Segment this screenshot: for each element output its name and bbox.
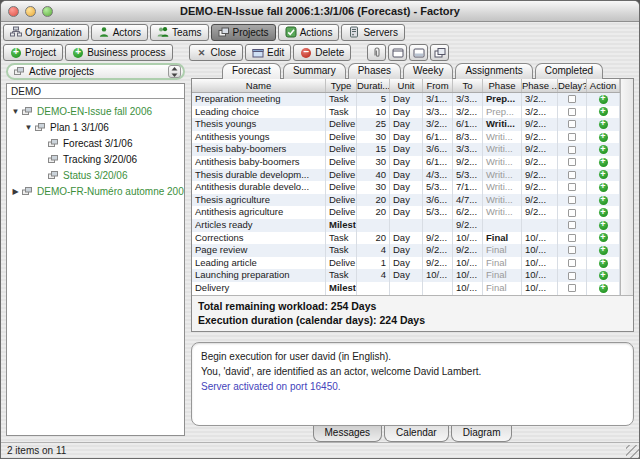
delay-checkbox[interactable]: [568, 284, 576, 292]
add-action-button[interactable]: [599, 233, 608, 242]
attachment-button[interactable]: [367, 44, 386, 61]
window-button[interactable]: [388, 44, 407, 61]
project-filter-select[interactable]: Active projects: [6, 63, 185, 80]
add-action-button[interactable]: [599, 208, 608, 217]
tab-weeky[interactable]: Weeky: [403, 63, 453, 79]
add-action-button[interactable]: [599, 271, 608, 280]
edit-button[interactable]: Edit: [245, 44, 291, 61]
nav-tab-actions[interactable]: Actions: [278, 24, 340, 41]
delay-checkbox[interactable]: [568, 108, 576, 116]
column-header[interactable]: Durati...: [357, 79, 390, 92]
add-action-button[interactable]: [599, 120, 608, 129]
disclosure-triangle-icon[interactable]: ▼: [10, 107, 21, 116]
add-action-button[interactable]: [599, 158, 608, 167]
delay-checkbox[interactable]: [568, 209, 576, 217]
cascade-windows-button[interactable]: [430, 44, 449, 61]
table-row[interactable]: Antithesis durable develo...Delive30Day5…: [192, 181, 620, 194]
table-row[interactable]: Antithesis agricultureDelive20Day5/3...6…: [192, 206, 620, 219]
table-row[interactable]: Antithesis youngsDelive30Day6/1...8/3...…: [192, 131, 620, 144]
close-button[interactable]: Close: [189, 44, 244, 61]
table-row[interactable]: Antithesis baby-boomersDelive30Day6/1...…: [192, 156, 620, 169]
project-button[interactable]: Project: [3, 44, 63, 61]
tree-item[interactable]: Tracking 3/20/06: [7, 151, 184, 167]
table-row[interactable]: CorrectionsTask20Day9/2...10/...Final10/…: [192, 232, 620, 245]
nav-tab-projects[interactable]: Projects: [211, 24, 276, 41]
column-header[interactable]: Phase: [483, 79, 522, 92]
column-header[interactable]: Type: [326, 79, 357, 92]
nav-tab-teams[interactable]: Teams: [150, 24, 208, 41]
column-header[interactable]: Name: [192, 79, 326, 92]
table-row[interactable]: Page reviewTask4Day9/2...9/2...Final10/.…: [192, 244, 620, 257]
tab-completed[interactable]: Completed: [535, 63, 603, 79]
filter-stepper-icon[interactable]: [168, 65, 181, 78]
table-row[interactable]: Preparation meetingTask5Day3/1...3/3...P…: [192, 93, 620, 106]
bottom-tab-diagram[interactable]: Diagram: [451, 426, 513, 442]
delay-checkbox[interactable]: [568, 146, 576, 154]
tab-summary[interactable]: Summary: [283, 63, 346, 79]
table-row[interactable]: Thesis youngsDelive25Day3/2...6/1...Writ…: [192, 118, 620, 131]
table-row[interactable]: Leading choiceTask10Day3/3...3/2...Prep.…: [192, 106, 620, 119]
delay-checkbox[interactable]: [568, 120, 576, 128]
business-process-button[interactable]: Business process: [65, 44, 172, 61]
add-action-button[interactable]: [599, 246, 608, 255]
bottom-tab-calendar[interactable]: Calendar: [384, 426, 449, 442]
delay-checkbox[interactable]: [568, 246, 576, 254]
delay-checkbox[interactable]: [568, 95, 576, 103]
nav-tab-organization[interactable]: Organization: [3, 24, 89, 41]
delay-checkbox[interactable]: [568, 158, 576, 166]
column-header[interactable]: Unit: [390, 79, 423, 92]
add-action-button[interactable]: [599, 183, 608, 192]
tree-item[interactable]: ▶DEMO-FR-Numéro automne 2006: [7, 183, 184, 199]
column-header[interactable]: To: [453, 79, 483, 92]
disclosure-triangle-icon[interactable]: ▶: [10, 187, 21, 196]
tree-item[interactable]: Forecast 3/1/06: [7, 135, 184, 151]
table-row[interactable]: Leading articleDelive1Day9/2...10/...Fin…: [192, 257, 620, 270]
add-action-button[interactable]: [599, 284, 608, 293]
delay-checkbox[interactable]: [568, 183, 576, 191]
project-tree[interactable]: ▼DEMO-EN-Issue fall 2006▼Plan 1 3/1/06Fo…: [7, 99, 184, 435]
disclosure-triangle-icon[interactable]: ▼: [23, 123, 34, 132]
delay-checkbox[interactable]: [568, 259, 576, 267]
column-header[interactable]: Phase ...: [522, 79, 558, 92]
add-action-button[interactable]: [599, 196, 608, 205]
tree-item[interactable]: ▼Plan 1 3/1/06: [7, 119, 184, 135]
delay-checkbox[interactable]: [568, 221, 576, 229]
column-header[interactable]: Action: [587, 79, 620, 92]
table-row[interactable]: Articles readyMilest9/2...: [192, 219, 620, 232]
resize-grip[interactable]: [626, 445, 639, 458]
table-row[interactable]: Thesis baby-boomersDelive15Day3/6...3/3.…: [192, 143, 620, 156]
delay-checkbox[interactable]: [568, 133, 576, 141]
tab-forecast[interactable]: Forecast: [222, 63, 281, 79]
tab-phases[interactable]: Phases: [348, 63, 401, 79]
table-row[interactable]: Launching preparationTask4Day10/...10/..…: [192, 269, 620, 282]
nav-tab-servers[interactable]: Servers: [341, 24, 404, 41]
table-scrollbar[interactable]: [620, 79, 633, 295]
cell-type: Task: [326, 232, 357, 245]
cell-duration: 30: [357, 131, 390, 144]
bottom-tab-messages[interactable]: Messages: [313, 426, 383, 442]
column-header[interactable]: Delay?: [558, 79, 587, 92]
table-row[interactable]: Thesis durable developm...Delive40Day4/3…: [192, 169, 620, 182]
add-action-button[interactable]: [599, 133, 608, 142]
tree-item[interactable]: ▼DEMO-EN-Issue fall 2006: [7, 103, 184, 119]
nav-tab-actors[interactable]: Actors: [91, 24, 148, 41]
add-action-button[interactable]: [599, 95, 608, 104]
delay-checkbox[interactable]: [568, 234, 576, 242]
delay-checkbox[interactable]: [568, 272, 576, 280]
table-row[interactable]: DeliveryMilest10/...Final10/...: [192, 282, 620, 295]
tab-assignments[interactable]: Assignments: [455, 63, 532, 79]
add-action-button[interactable]: [599, 259, 608, 268]
add-action-button[interactable]: [599, 145, 608, 154]
add-action-button[interactable]: [599, 221, 608, 230]
window-panel-button[interactable]: [409, 44, 428, 61]
table-row[interactable]: Thesis agricultureDelive20Day3/6...4/7..…: [192, 194, 620, 207]
messages-log[interactable]: Begin execution for user david (in Engli…: [191, 342, 634, 426]
column-header[interactable]: From: [423, 79, 453, 92]
delete-button[interactable]: Delete: [293, 44, 351, 61]
add-action-button[interactable]: [599, 107, 608, 116]
cell-to: 6/2...: [453, 206, 483, 219]
add-action-button[interactable]: [599, 170, 608, 179]
delay-checkbox[interactable]: [568, 171, 576, 179]
tree-item[interactable]: Status 3/20/06: [7, 167, 184, 183]
delay-checkbox[interactable]: [568, 196, 576, 204]
